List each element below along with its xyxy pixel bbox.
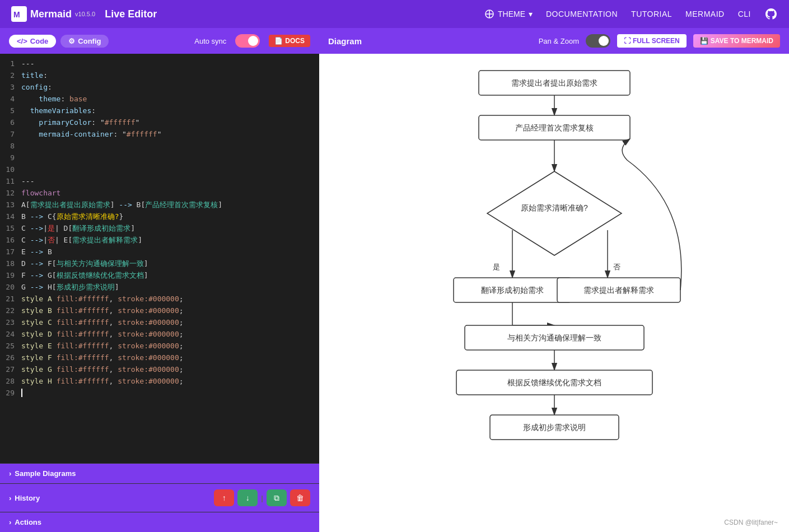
svg-text:需求提出者解释需求: 需求提出者解释需求 — [583, 286, 654, 295]
save-icon: 💾 — [700, 37, 708, 45]
line-content: F --> G[根据反馈继续优化需求文档] — [21, 270, 319, 282]
line-number: 17 — [0, 246, 21, 258]
code-line: 7 mermaid-container: "#ffffff" — [0, 129, 319, 141]
code-line: 17E --> B — [0, 246, 319, 258]
code-editor[interactable]: 1---2title:3config:4 theme: base5 themeV… — [0, 54, 319, 463]
line-number: 10 — [0, 164, 21, 176]
line-content — [21, 141, 319, 152]
documentation-link[interactable]: DOCUMENTATION — [546, 10, 618, 18]
fullscreen-icon: ⛶ — [624, 37, 631, 45]
docs-icon: 📄 — [274, 37, 283, 45]
code-line: 21style A fill:#ffffff, stroke:#000000; — [0, 293, 319, 305]
sample-diagrams-header[interactable]: › Sample Diagrams — [0, 464, 319, 483]
line-number: 8 — [0, 141, 21, 152]
history-buttons: ↑ ↓ | ⧉ 🗑 — [214, 489, 310, 506]
line-number: 5 — [0, 105, 21, 117]
line-content: theme: base — [21, 94, 319, 105]
line-content — [21, 152, 319, 164]
right-panel: Diagram Pan & Zoom ⛶ FULL SCREEN 💾 SAVE … — [319, 28, 789, 532]
line-number: 22 — [0, 305, 21, 317]
brand-name: Mermaid — [30, 8, 72, 20]
line-number: 13 — [0, 199, 21, 211]
diagram-area: 需求提出者提出原始需求 产品经理首次需求复核 原始需求清晰准确? 是 — [319, 54, 789, 532]
pan-zoom-toggle[interactable] — [586, 34, 610, 48]
history-delete-button[interactable]: 🗑 — [290, 489, 310, 506]
line-content: G --> H[形成初步需求说明] — [21, 282, 319, 293]
save-to-mermaid-button[interactable]: 💾 SAVE TO MERMAID — [693, 34, 780, 48]
top-navigation: M Mermaidv10.5.0 Live Editor THEME ▾ DOC… — [0, 0, 789, 28]
line-content: style C fill:#ffffff, stroke:#000000; — [21, 317, 319, 329]
chevron-right-icon: › — [9, 469, 11, 478]
theme-label: THEME — [498, 10, 525, 18]
code-line: 1--- — [0, 58, 319, 70]
chevron-right-icon-actions: › — [9, 518, 11, 526]
theme-button[interactable]: THEME ▾ — [484, 9, 533, 19]
line-content: C -->|是| D[翻译形成初始需求] — [21, 223, 319, 235]
line-content: config: — [21, 82, 319, 94]
line-number: 28 — [0, 376, 21, 388]
line-number: 16 — [0, 235, 21, 246]
cli-link[interactable]: CLI — [738, 10, 751, 18]
config-icon: ⚙ — [68, 37, 75, 45]
line-content: E --> B — [21, 246, 319, 258]
code-icon: </> — [17, 37, 27, 45]
code-line: 22style B fill:#ffffff, stroke:#000000; — [0, 305, 319, 317]
tab-code[interactable]: </> Code — [9, 35, 56, 48]
line-number: 7 — [0, 129, 21, 141]
line-content: --- — [21, 176, 319, 188]
chevron-right-icon-history: › — [9, 494, 11, 502]
chevron-down-icon: ▾ — [529, 10, 533, 18]
line-content: style B fill:#ffffff, stroke:#000000; — [21, 305, 319, 317]
brand-editor: Live Editor — [105, 8, 157, 20]
main-layout: </> Code ⚙ Config Auto sync 📄 DOCS 1---2… — [0, 28, 789, 532]
line-content: flowchart — [21, 188, 319, 199]
actions-section: › Actions — [0, 512, 319, 532]
code-line: 2title: — [0, 70, 319, 82]
mermaid-logo-icon: M — [11, 6, 27, 22]
auto-sync-label: Auto sync — [194, 37, 226, 45]
line-content — [21, 164, 319, 176]
line-number: 24 — [0, 329, 21, 340]
fullscreen-button[interactable]: ⛶ FULL SCREEN — [617, 34, 687, 48]
line-content: primaryColor: "#ffffff" — [21, 117, 319, 129]
history-download-button[interactable]: ↓ — [237, 489, 258, 506]
code-line: 14B --> C{原始需求清晰准确?} — [0, 211, 319, 223]
line-number: 11 — [0, 176, 21, 188]
code-line: 16C -->|否| E[需求提出者解释需求] — [0, 235, 319, 246]
svg-text:根据反馈继续优化需求文档: 根据反馈继续优化需求文档 — [507, 378, 601, 387]
actions-header[interactable]: › Actions — [0, 512, 319, 532]
code-line: 13A[需求提出者提出原始需求] --> B[产品经理首次需求复核] — [0, 199, 319, 211]
code-line: 4 theme: base — [0, 94, 319, 105]
line-number: 14 — [0, 211, 21, 223]
svg-text:形成初步需求说明: 形成初步需求说明 — [523, 423, 586, 432]
code-line: 15C -->|是| D[翻译形成初始需求] — [0, 223, 319, 235]
tab-config[interactable]: ⚙ Config — [60, 35, 109, 48]
auto-sync-toggle[interactable] — [235, 34, 260, 48]
line-number: 3 — [0, 82, 21, 94]
line-content: B --> C{原始需求清晰准确?} — [21, 211, 319, 223]
line-number: 21 — [0, 293, 21, 305]
history-header: › History ↑ ↓ | ⧉ 🗑 — [0, 484, 319, 512]
github-icon[interactable] — [764, 7, 778, 21]
line-number: 9 — [0, 152, 21, 164]
code-line: 26style F fill:#ffffff, stroke:#000000; — [0, 352, 319, 364]
mermaid-link[interactable]: MERMAID — [685, 10, 725, 18]
line-number: 27 — [0, 364, 21, 376]
svg-text:需求提出者提出原始需求: 需求提出者提出原始需求 — [511, 78, 597, 87]
theme-icon — [484, 9, 494, 19]
line-number: 1 — [0, 58, 21, 70]
history-copy-button[interactable]: ⧉ — [267, 489, 287, 506]
docs-button[interactable]: 📄 DOCS — [269, 35, 310, 47]
tab-config-label: Config — [78, 37, 101, 45]
code-line: 27style G fill:#ffffff, stroke:#000000; — [0, 364, 319, 376]
flowchart-container: 需求提出者提出原始需求 产品经理首次需求复核 原始需求清晰准确? 是 — [330, 65, 778, 524]
line-number: 25 — [0, 340, 21, 352]
history-upload-button[interactable]: ↑ — [214, 489, 234, 506]
code-line: 29 — [0, 388, 319, 399]
panel-header: </> Code ⚙ Config Auto sync 📄 DOCS — [0, 28, 319, 54]
tutorial-link[interactable]: TUTORIAL — [631, 10, 672, 18]
line-content: --- — [21, 58, 319, 70]
actions-label: Actions — [15, 518, 41, 526]
line-content: title: — [21, 70, 319, 82]
line-content: C -->|否| E[需求提出者解释需求] — [21, 235, 319, 246]
